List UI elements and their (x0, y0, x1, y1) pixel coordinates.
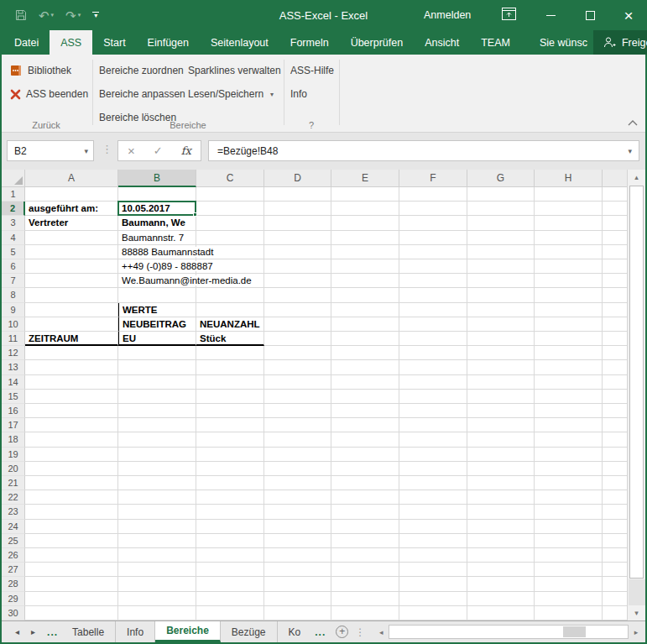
cell-D8[interactable] (264, 288, 331, 302)
cell-A3[interactable]: Vertreter (25, 216, 118, 230)
cell-partial-21[interactable] (603, 476, 627, 490)
cell-E13[interactable] (331, 360, 399, 374)
cell-D5[interactable] (264, 245, 331, 259)
info-button[interactable]: Info (290, 85, 307, 103)
cell-H18[interactable] (535, 432, 603, 447)
cell-B26[interactable] (118, 548, 196, 563)
cell-H12[interactable] (535, 346, 603, 360)
close-button[interactable]: × (610, 0, 647, 30)
cell-F11[interactable] (399, 332, 467, 346)
cell-partial-15[interactable] (603, 390, 627, 404)
cell-C1[interactable] (196, 187, 264, 202)
maximize-button[interactable] (571, 0, 608, 30)
cell-F14[interactable] (399, 375, 467, 390)
row-header-24[interactable]: 24 (2, 520, 25, 534)
cell-F13[interactable] (399, 360, 467, 374)
cell-D30[interactable] (264, 606, 331, 620)
cell-B25[interactable] (118, 534, 196, 548)
undo-button[interactable]: ↶▾ (39, 9, 54, 22)
more-sheets-left[interactable]: ... (44, 621, 61, 642)
tab-team[interactable]: TEAM (470, 30, 521, 55)
cell-G11[interactable] (467, 332, 535, 346)
vertical-scrollbar[interactable]: ▴ ▾ (627, 170, 645, 620)
cell-B7[interactable]: We.Baumann@inter-media.de (118, 274, 196, 288)
cell-partial-16[interactable] (603, 404, 627, 418)
select-all-corner[interactable] (2, 170, 25, 187)
cell-D20[interactable] (264, 462, 331, 476)
cell-D3[interactable] (264, 216, 331, 230)
cell-C11[interactable]: Stück (196, 332, 264, 346)
cell-D10[interactable] (264, 317, 331, 332)
cell-H5[interactable] (535, 245, 603, 259)
cell-C22[interactable] (196, 490, 264, 505)
cell-E16[interactable] (331, 404, 399, 418)
cell-B20[interactable] (118, 462, 196, 476)
row-header-18[interactable]: 18 (2, 432, 25, 447)
row-header-5[interactable]: 5 (2, 245, 25, 259)
cell-G23[interactable] (467, 505, 535, 519)
cell-E18[interactable] (331, 432, 399, 447)
cell-G22[interactable] (467, 490, 535, 505)
cell-H24[interactable] (535, 520, 603, 534)
cell-B3[interactable]: Baumann, We (118, 216, 196, 230)
cell-E15[interactable] (331, 390, 399, 404)
cell-C2[interactable] (196, 202, 264, 216)
cell-B24[interactable] (118, 520, 196, 534)
cell-F10[interactable] (399, 317, 467, 332)
cell-E20[interactable] (331, 462, 399, 476)
bereiche-zuordnen-button[interactable]: Bereiche zuordnen (99, 61, 184, 80)
cell-C3[interactable] (196, 216, 264, 230)
cell-G8[interactable] (467, 288, 535, 302)
cell-G6[interactable] (467, 259, 535, 274)
cell-G3[interactable] (467, 216, 535, 230)
cell-A23[interactable] (25, 505, 118, 519)
cell-B30[interactable] (118, 606, 196, 620)
cell-E19[interactable] (331, 448, 399, 462)
cell-D11[interactable] (264, 332, 331, 346)
vscroll-down-icon[interactable]: ▾ (628, 605, 645, 620)
cell-partial-14[interactable] (603, 375, 627, 390)
cell-B17[interactable] (118, 418, 196, 432)
insert-function-icon[interactable]: fx (181, 144, 191, 157)
cell-B13[interactable] (118, 360, 196, 374)
cell-E29[interactable] (331, 592, 399, 606)
sheet-tab-bezuege[interactable]: Bezüge (221, 621, 278, 642)
cell-C16[interactable] (196, 404, 264, 418)
cell-partial-7[interactable] (603, 274, 627, 288)
cell-B10[interactable]: NEUBEITRAG (118, 317, 196, 332)
row-header-13[interactable]: 13 (2, 360, 25, 374)
share-button[interactable]: Freigeben (593, 30, 647, 55)
cell-B2[interactable]: 10.05.2017 (118, 202, 196, 216)
cell-H30[interactable] (535, 606, 603, 620)
cell-D21[interactable] (264, 476, 331, 490)
row-header-17[interactable]: 17 (2, 418, 25, 432)
cell-F15[interactable] (399, 390, 467, 404)
cell-G24[interactable] (467, 520, 535, 534)
column-header-C[interactable]: C (196, 170, 264, 187)
cell-A8[interactable] (25, 288, 118, 302)
cell-B12[interactable] (118, 346, 196, 360)
cell-H15[interactable] (535, 390, 603, 404)
name-box[interactable]: B2 ▾ (7, 140, 94, 161)
cell-H7[interactable] (535, 274, 603, 288)
cell-C12[interactable] (196, 346, 264, 360)
cell-C17[interactable] (196, 418, 264, 432)
cell-E23[interactable] (331, 505, 399, 519)
cell-B21[interactable] (118, 476, 196, 490)
cell-F7[interactable] (399, 274, 467, 288)
cell-H19[interactable] (535, 448, 603, 462)
cell-C19[interactable] (196, 448, 264, 462)
cell-B18[interactable] (118, 432, 196, 447)
cell-G9[interactable] (467, 303, 535, 317)
save-icon[interactable] (15, 9, 27, 21)
cell-H29[interactable] (535, 592, 603, 606)
cell-D27[interactable] (264, 563, 331, 577)
cell-D29[interactable] (264, 592, 331, 606)
cell-A30[interactable] (25, 606, 118, 620)
column-header-partial[interactable] (603, 170, 627, 187)
sheet-nav-right-icon[interactable]: ▸ (31, 627, 35, 636)
ribbon-display-options-icon[interactable] (502, 8, 516, 20)
cell-F25[interactable] (399, 534, 467, 548)
row-header-9[interactable]: 9 (2, 303, 25, 317)
cell-H22[interactable] (535, 490, 603, 505)
